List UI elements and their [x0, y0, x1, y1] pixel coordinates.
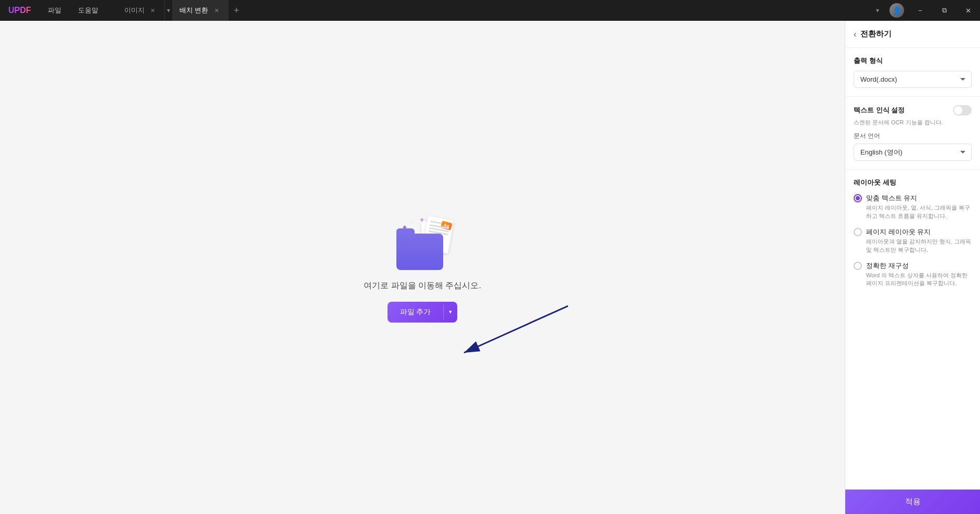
output-format-label: 출력 형식 — [854, 56, 972, 66]
tab-image[interactable]: 이미지 ✕ — [117, 0, 165, 21]
panel-title: 전환하기 — [860, 29, 892, 39]
radio-retain-text-title: 맞춤 텍스트 유지 — [866, 194, 972, 203]
nav-help[interactable]: 도움말 — [70, 0, 107, 21]
ocr-language-select[interactable]: English (영어) Korean (한국어) Japanese (일본어)… — [854, 144, 972, 161]
panel-spacer — [845, 303, 980, 490]
tab-image-close[interactable]: ✕ — [149, 6, 157, 15]
restore-button[interactable]: ⧉ — [932, 0, 956, 21]
radio-retain-page-desc: 레이아웃과 열을 감지하지만 형식, 그래픽 및 텍스트만 복구합니다. — [866, 238, 972, 254]
tab-batch[interactable]: 배치 변환 ✕ — [172, 0, 229, 21]
ocr-toggle[interactable] — [953, 105, 972, 115]
toggle-knob — [954, 106, 962, 114]
tab-dropdown-arrow[interactable]: ▾ — [165, 7, 172, 14]
add-file-label: 파일 추가 — [388, 302, 444, 323]
radio-accurate[interactable] — [854, 262, 862, 270]
radio-accurate-title: 정확한 재구성 — [866, 261, 972, 271]
titlebar: UPDF 파일 도움말 이미지 ✕ ▾ 배치 변환 ✕ + ▾ 👤 − ⧉ ✕ — [0, 0, 980, 21]
drop-illustration: ✦ + · Aa — [391, 213, 454, 270]
minimize-button[interactable]: − — [908, 0, 932, 21]
output-format-section: 출력 형식 Word(.docx) Excel(.xlsx) PowerPoin… — [845, 48, 980, 97]
window-controls: − ⧉ ✕ — [908, 0, 980, 21]
nav-file[interactable]: 파일 — [40, 0, 70, 21]
svg-line-1 — [464, 306, 568, 353]
layout-label: 레이아웃 세팅 — [854, 178, 972, 187]
apply-button[interactable]: 적용 — [845, 490, 980, 514]
drop-instruction: 여기로 파일을 이동해 주십시오. — [364, 280, 481, 291]
ocr-lang-label: 문서 언어 — [854, 132, 972, 140]
output-format-select[interactable]: Word(.docx) Excel(.xlsx) PowerPoint(.ppt… — [854, 71, 972, 88]
ocr-section: 텍스트 인식 설정 스캔된 문서에 OCR 기능을 켭니다. 문서 언어 Eng… — [845, 97, 980, 170]
ocr-description: 스캔된 문서에 OCR 기능을 켭니다. — [854, 119, 972, 126]
radio-retain-page-title: 페이지 레이아웃 유지 — [866, 227, 972, 237]
logo-text: UPDF — [8, 6, 31, 15]
text-badge: Aa — [441, 221, 452, 230]
user-avatar[interactable]: 👤 — [889, 3, 904, 18]
drop-zone[interactable]: ✦ + · Aa 여기로 파일을 이동해 주십시오. 파일 추가 ▾ — [0, 21, 845, 514]
layout-section: 레이아웃 세팅 맞춤 텍스트 유지 페이지 레이아웃, 열, 서식, 그래픽을 … — [845, 170, 980, 303]
tab-add-button[interactable]: + — [228, 5, 244, 16]
add-file-dropdown-icon[interactable]: ▾ — [444, 302, 457, 323]
main-container: ✦ + · Aa 여기로 파일을 이동해 주십시오. 파일 추가 ▾ — [0, 21, 980, 514]
add-file-button[interactable]: 파일 추가 ▾ — [388, 302, 458, 323]
back-icon[interactable]: ‹ — [854, 30, 856, 39]
titlebar-controls: ▾ 👤 − ⧉ ✕ — [870, 0, 980, 21]
tabs-area: 이미지 ✕ ▾ 배치 변환 ✕ + — [117, 0, 870, 21]
close-button[interactable]: ✕ — [956, 0, 980, 21]
ocr-label: 텍스트 인식 설정 — [854, 106, 905, 115]
panel-header: ‹ 전환하기 — [845, 21, 980, 48]
ocr-header: 텍스트 인식 설정 — [854, 105, 972, 115]
radio-retain-text-desc: 페이지 레이아웃, 열, 서식, 그래픽을 복구하고 텍스트 흐름을 유지합니다… — [866, 204, 972, 220]
app-logo: UPDF — [0, 6, 40, 15]
radio-retain-page[interactable] — [854, 228, 862, 236]
radio-retain-text[interactable] — [854, 194, 862, 202]
arrow-pointer — [454, 301, 568, 363]
titlebar-nav: 파일 도움말 — [40, 0, 107, 21]
layout-option-accurate[interactable]: 정확한 재구성 Word 의 텍스트 상자를 사용하여 정확한 페이지 프리젠테… — [854, 261, 972, 288]
radio-accurate-desc: Word 의 텍스트 상자를 사용하여 정확한 페이지 프리젠테이션을 복구합니… — [866, 272, 972, 288]
sparkle-icon-3: · — [412, 219, 414, 225]
window-dropdown[interactable]: ▾ — [870, 0, 885, 21]
right-panel: ‹ 전환하기 출력 형식 Word(.docx) Excel(.xlsx) Po… — [845, 21, 980, 514]
layout-option-retain-page[interactable]: 페이지 레이아웃 유지 레이아웃과 열을 감지하지만 형식, 그래픽 및 텍스트… — [854, 227, 972, 254]
tab-batch-close[interactable]: ✕ — [212, 6, 221, 15]
folder-body — [396, 234, 443, 270]
layout-option-retain-text[interactable]: 맞춤 텍스트 유지 페이지 레이아웃, 열, 서식, 그래픽을 복구하고 텍스트… — [854, 194, 972, 220]
